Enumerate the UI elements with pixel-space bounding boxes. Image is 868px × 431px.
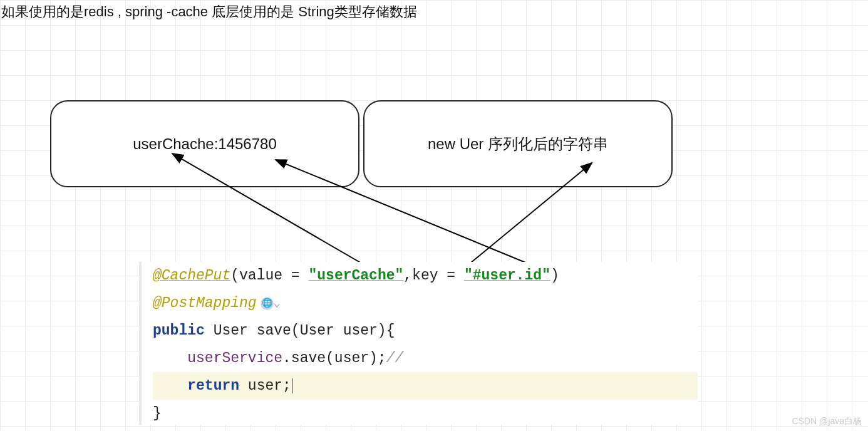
code-line-return: return user; bbox=[153, 372, 698, 400]
code-line-call: userService.save(user);// bbox=[153, 345, 698, 372]
cache-key-text: userChache:1456780 bbox=[133, 135, 277, 153]
watermark: CSDN @java白杨 bbox=[792, 416, 862, 427]
code-line-brace: } bbox=[153, 400, 698, 427]
chevron-down-icon: ⌄ bbox=[274, 289, 281, 317]
code-line-cacheput: @CachePut(value = "userCache",key = "#us… bbox=[153, 262, 698, 289]
code-block: @CachePut(value = "userCache",key = "#us… bbox=[139, 262, 698, 425]
text-cursor bbox=[292, 378, 292, 393]
cache-key-box: userChache:1456780 bbox=[50, 100, 359, 187]
code-line-signature: public User save(User user){ bbox=[153, 317, 698, 345]
globe-icon: 🌐 bbox=[261, 297, 274, 310]
cache-value-text: new Uer 序列化后的字符串 bbox=[428, 134, 608, 154]
code-line-postmapping: @PostMapping🌐⌄ bbox=[153, 289, 698, 317]
cache-value-box: new Uer 序列化后的字符串 bbox=[363, 100, 673, 187]
diagram-title: 如果使用的是redis , spring -cache 底层使用的是 Strin… bbox=[1, 3, 417, 21]
